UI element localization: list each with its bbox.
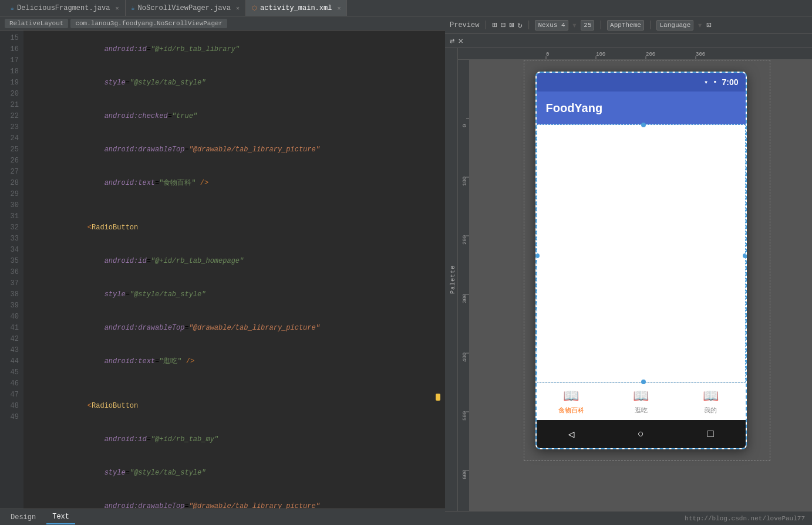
- layout-icon-3[interactable]: ⊠: [509, 20, 514, 30]
- tab-text[interactable]: Text: [46, 510, 75, 524]
- code-line-26: [23, 378, 445, 389]
- tab-food-label: 食物百科: [558, 406, 584, 415]
- status-url: http://blog.csdn.net/lovePaul77: [685, 515, 805, 522]
- nav-home-icon[interactable]: ○: [638, 428, 644, 440]
- xml-icon: ⬡: [252, 5, 257, 12]
- svg-rect-0: [458, 48, 812, 60]
- toggle-icon-2[interactable]: ✕: [458, 36, 463, 46]
- tab-no-scroll-view-pager[interactable]: ☕ NoScrollViewPager.java ✕: [126, 0, 247, 16]
- layout-mode-icon[interactable]: ⊡: [706, 20, 711, 30]
- refresh-icon[interactable]: ↻: [517, 20, 522, 30]
- code-line-19: android:text="食物百科" />: [23, 167, 445, 200]
- svg-text:600: 600: [462, 470, 468, 479]
- preview-panel: Preview | ⊞ ⊟ ⊠ ↻ | Nexus 4 ▾ 25 | AppTh…: [445, 16, 812, 525]
- line-numbers: 15 16 17 18 19 20 21 22 23 24 25 26 27 2…: [0, 31, 23, 509]
- code-line-17: android:checked="true": [23, 100, 445, 133]
- code-line-29: style="@style/tab_style": [23, 456, 445, 490]
- phone-title-bar: FoodYang: [537, 92, 746, 124]
- ruler-canvas-area: 0 100 200 300 0: [458, 48, 812, 511]
- vertical-ruler: 0 100 200 300 400 500 600: [458, 60, 470, 511]
- tab-my-icon: 📖: [703, 388, 719, 404]
- tab-label: NoScrollViewPager.java: [138, 4, 231, 12]
- phone-tab-food[interactable]: 📖 食物百科: [537, 383, 607, 420]
- breadcrumb-item-2[interactable]: com.lanou3g.foodyang.NoScrollViewPager: [70, 19, 227, 28]
- phone-mockup: ▾ ▪ 7:00 FoodYang: [535, 72, 747, 449]
- breadcrumb: RelativeLayout com.lanou3g.foodyang.NoSc…: [0, 16, 445, 31]
- tab-design[interactable]: Design: [5, 511, 42, 524]
- editor-bottom-bar: Design Text: [0, 509, 445, 525]
- tab-close-button[interactable]: ✕: [115, 5, 119, 12]
- code-line-20: [23, 200, 445, 211]
- svg-text:400: 400: [462, 353, 468, 362]
- code-line-28: android:id="@+id/rb_tab_my": [23, 423, 445, 456]
- tab-label: DeliciousFragment.java: [17, 4, 110, 12]
- tab-close-button[interactable]: ✕: [236, 5, 240, 12]
- selection-handle-top[interactable]: [641, 123, 646, 127]
- svg-text:0: 0: [462, 124, 468, 127]
- api-selector[interactable]: 25: [581, 20, 594, 31]
- svg-text:200: 200: [646, 52, 655, 57]
- preview-canvas-area: Palette ⊞ ✕ 0 100 200: [445, 48, 812, 511]
- code-editor[interactable]: android:id="@+id/rb_tab_library" style="…: [23, 31, 445, 509]
- palette-label: Palette: [450, 265, 456, 294]
- svg-text:300: 300: [696, 52, 705, 57]
- toggle-icon-1[interactable]: ⇄: [450, 36, 454, 46]
- tab-close-button[interactable]: ✕: [337, 5, 341, 12]
- battery-icon: ▪: [713, 78, 717, 86]
- theme-selector[interactable]: AppTheme: [607, 20, 644, 31]
- wifi-icon: ▾: [704, 78, 708, 87]
- canvas-with-vruler: 0 100 200 300 400 500 600: [458, 60, 812, 511]
- svg-text:100: 100: [462, 177, 468, 186]
- selection-handle-bottom[interactable]: [641, 380, 646, 384]
- status-time: 7:00: [722, 77, 738, 87]
- device-selector[interactable]: Nexus 4: [535, 20, 568, 31]
- preview-toolbar-2: ⇄ ✕: [445, 34, 812, 48]
- status-bar: http://blog.csdn.net/lovePaul77: [445, 511, 812, 525]
- language-selector[interactable]: Language: [656, 20, 693, 31]
- svg-text:500: 500: [462, 411, 468, 421]
- tab-delicious-fragment[interactable]: ☕ DeliciousFragment.java ✕: [5, 0, 126, 16]
- tab-label: activity_main.xml: [260, 4, 332, 12]
- breadcrumb-item-1[interactable]: RelativeLayout: [5, 19, 68, 28]
- main-content: RelativeLayout com.lanou3g.foodyang.NoSc…: [0, 16, 812, 525]
- nav-recent-icon[interactable]: □: [707, 428, 714, 440]
- tab-food-icon: 📖: [563, 388, 579, 404]
- tab-my-label: 我的: [704, 406, 717, 415]
- phone-tab-my[interactable]: 📖 我的: [676, 383, 746, 420]
- tab-browse-icon: 📖: [633, 388, 649, 404]
- horizontal-ruler: 0 100 200 300: [458, 48, 812, 60]
- code-line-21: <RadioButton: [23, 211, 445, 245]
- code-line-24: android:drawableTop="@drawable/tab_libra…: [23, 311, 445, 345]
- code-line-18: android:drawableTop="@drawable/tab_libra…: [23, 133, 445, 167]
- nav-back-icon[interactable]: ◁: [568, 428, 574, 441]
- svg-text:300: 300: [462, 294, 468, 303]
- phone-app-title: FoodYang: [546, 101, 603, 115]
- layout-icon-2[interactable]: ⊟: [500, 20, 505, 30]
- svg-text:100: 100: [596, 52, 605, 57]
- phone-container: ▾ ▪ 7:00 FoodYang: [535, 72, 747, 449]
- phone-status-bar: ▾ ▪ 7:00: [537, 73, 746, 92]
- code-line-23: style="@style/tab_style": [23, 278, 445, 311]
- preview-toolbar: Preview | ⊞ ⊟ ⊠ ↻ | Nexus 4 ▾ 25 | AppTh…: [445, 16, 812, 34]
- scroll-indicators: [436, 31, 440, 509]
- selection-handle-left[interactable]: [535, 253, 540, 258]
- scroll-indicator-marker: [436, 394, 440, 401]
- phone-nav-bar: ◁ ○ □: [537, 420, 746, 448]
- code-line-16: style="@style/tab_style": [23, 66, 445, 100]
- tab-activity-main-xml[interactable]: ⬡ activity_main.xml ✕: [246, 0, 347, 16]
- phone-tab-browse[interactable]: 📖 逛吃: [606, 383, 676, 420]
- layout-icon-1[interactable]: ⊞: [492, 20, 497, 30]
- java-icon: ☕: [11, 5, 14, 12]
- code-line-27: <RadioButton: [23, 389, 445, 423]
- code-line-25: android:text="逛吃" />: [23, 345, 445, 378]
- svg-text:0: 0: [546, 52, 549, 57]
- svg-text:200: 200: [462, 235, 468, 245]
- phone-tab-bar: 📖 食物百科 📖 逛吃 📖 我的: [537, 382, 746, 420]
- palette-strip: Palette ⊞ ✕: [445, 48, 458, 511]
- editor-area: RelativeLayout com.lanou3g.foodyang.NoSc…: [0, 16, 445, 525]
- canvas-area[interactable]: ▾ ▪ 7:00 FoodYang: [470, 60, 812, 511]
- selection-handle-right[interactable]: [743, 253, 747, 258]
- java-icon: ☕: [132, 5, 135, 12]
- code-line-30: android:drawableTop="@drawable/tab_libra…: [23, 490, 445, 509]
- code-line-22: android:id="@+id/rb_tab_homepage": [23, 245, 445, 278]
